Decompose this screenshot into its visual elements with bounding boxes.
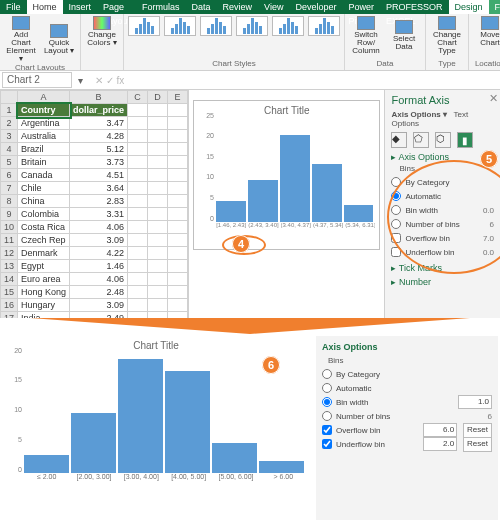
bins2-bin-width[interactable]: Bin width1.0 — [322, 395, 492, 409]
menu-tabs: File Home Insert Page Layout Formulas Da… — [0, 0, 500, 14]
x-axis-bin-label[interactable]: [3.00, 4.00] — [119, 473, 164, 480]
x-axis-bin-label[interactable]: [4.00, 5.00] — [166, 473, 211, 480]
overflow-reset-button[interactable]: Reset — [463, 423, 492, 438]
name-box[interactable]: Chart 2 — [2, 72, 72, 88]
histogram-bar[interactable] — [165, 371, 210, 473]
tab-format[interactable]: Format — [489, 0, 500, 14]
histogram-bar[interactable] — [248, 180, 278, 222]
format-axis-pane-result: Axis Options Bins By Category Automatic … — [316, 336, 498, 520]
quick-layout-icon — [50, 24, 68, 38]
histogram-bar[interactable] — [312, 164, 342, 222]
switch-row-column-button[interactable]: Switch Row/ Column — [349, 16, 383, 55]
histogram-bar[interactable] — [344, 205, 374, 222]
histogram-bar[interactable] — [24, 455, 69, 473]
select-data-icon — [395, 20, 413, 34]
size-props-icon[interactable]: ⬡ — [435, 132, 451, 148]
section-axis-options-2[interactable]: Axis Options — [322, 342, 378, 352]
group-chart-styles: Chart Styles — [124, 14, 345, 70]
svg-marker-0 — [30, 318, 470, 334]
x-axis-bin-label[interactable]: [5.00, 6.00] — [213, 473, 258, 480]
tab-review[interactable]: Review — [217, 0, 259, 14]
palette-icon — [93, 16, 111, 30]
x-axis-bin-label[interactable]: (2.43, 3.40] — [248, 222, 278, 228]
callout-6: 6 — [262, 356, 280, 374]
bins2-number-of-bins[interactable]: Number of bins6 — [322, 409, 492, 423]
format-axis-pane: ✕ Format Axis Axis Options ▾ Text Option… — [384, 90, 500, 318]
tab-insert[interactable]: Insert — [63, 0, 98, 14]
chart-type-icon — [438, 16, 456, 30]
group-colors: Change Colors ▾ — [81, 14, 124, 70]
histogram-bar[interactable] — [280, 135, 310, 222]
chart-object[interactable]: Chart Title 0 5 10 15 20 25 [1.46, 2.43]… — [193, 100, 380, 250]
axis-options-icon[interactable]: ▮ — [457, 132, 473, 148]
group-label-layouts: Chart Layouts — [4, 63, 76, 71]
result-chart: Chart Title 0 5 10 15 20 ≤ 2.00[2.00, 3.… — [2, 336, 310, 520]
x-axis-bin-label[interactable]: > 6.00 — [261, 473, 306, 480]
tab-file[interactable]: File — [0, 0, 27, 14]
group-data: Switch Row/ Column Select Data Data — [345, 14, 426, 70]
x-axis-bin-label[interactable]: [2.00, 3.00] — [71, 473, 116, 480]
chart-title[interactable]: Chart Title — [198, 105, 375, 116]
tab-view[interactable]: View — [258, 0, 289, 14]
histogram-bar[interactable] — [259, 461, 304, 473]
bins2-overflow[interactable]: Overflow bin6.0Reset — [322, 423, 492, 437]
quick-layout-button[interactable]: Quick Layout ▾ — [42, 24, 76, 55]
down-arrow — [0, 318, 500, 334]
x-axis-bin-label[interactable]: (5.34, 6.31] — [345, 222, 375, 228]
pane-title: Format Axis — [391, 94, 494, 106]
x-axis-bin-label[interactable]: [1.46, 2.43] — [216, 222, 246, 228]
chart-style-thumb[interactable] — [236, 16, 268, 36]
histogram-bar[interactable] — [212, 443, 257, 473]
group-type: Change Chart Type Type — [426, 14, 469, 70]
group-label-type: Type — [430, 59, 464, 68]
chart-style-thumb[interactable] — [128, 16, 160, 36]
bins-heading-2: Bins — [328, 356, 492, 365]
tab-page-layout[interactable]: Page Layout — [97, 0, 136, 14]
chart-style-thumb[interactable] — [272, 16, 304, 36]
tab-design[interactable]: Design — [449, 0, 489, 14]
tab-power-pivot[interactable]: Power Pivot — [343, 0, 381, 14]
group-label-styles: Chart Styles — [128, 59, 340, 68]
worksheet[interactable]: ABCDEFG1Countrydollar_price2Argentina3.4… — [0, 90, 189, 318]
fill-outline-icon[interactable]: ◆ — [391, 132, 407, 148]
histogram-bar[interactable] — [71, 413, 116, 473]
ribbon: Add Chart Element ▾ Quick Layout ▾ Chart… — [0, 14, 500, 71]
tab-data[interactable]: Data — [186, 0, 217, 14]
change-chart-type-button[interactable]: Change Chart Type — [430, 16, 464, 55]
callout-4: 4 — [232, 235, 250, 253]
bins2-underflow[interactable]: Underflow bin2.0Reset — [322, 437, 492, 451]
histogram-bar[interactable] — [118, 359, 163, 473]
chart-style-thumb[interactable] — [308, 16, 340, 36]
x-axis-bin-label[interactable]: (3.40, 4.37] — [281, 222, 311, 228]
result-chart-title: Chart Title — [6, 340, 306, 351]
close-pane-icon[interactable]: ✕ — [489, 92, 498, 105]
axis-options-tab[interactable]: Axis Options ▾ — [391, 110, 447, 119]
group-chart-layouts: Add Chart Element ▾ Quick Layout ▾ Chart… — [0, 14, 81, 70]
group-label-data: Data — [349, 59, 421, 68]
bins2-by-category[interactable]: By Category — [322, 367, 492, 381]
add-chart-icon — [12, 16, 30, 30]
tab-professor-excel[interactable]: PROFESSOR EXCEL — [380, 0, 449, 14]
switch-icon — [357, 16, 375, 30]
move-chart-icon — [481, 16, 499, 30]
underflow-reset-button[interactable]: Reset — [463, 437, 492, 452]
move-chart-button[interactable]: Move Chart — [473, 16, 500, 47]
chart-style-thumb[interactable] — [164, 16, 196, 36]
formula-bar: Chart 2 ▾✕ ✓ fx — [0, 71, 500, 90]
histogram-bar[interactable] — [216, 201, 246, 222]
bins2-automatic[interactable]: Automatic — [322, 381, 492, 395]
select-data-button[interactable]: Select Data — [387, 20, 421, 51]
chart-style-thumb[interactable] — [200, 16, 232, 36]
group-label-location: Location — [473, 59, 500, 68]
x-axis-bin-label[interactable]: (4.37, 5.34] — [313, 222, 343, 228]
change-colors-button[interactable]: Change Colors ▾ — [85, 16, 119, 47]
tab-home[interactable]: Home — [27, 0, 63, 14]
x-axis-bin-label[interactable]: ≤ 2.00 — [24, 473, 69, 480]
tab-formulas[interactable]: Formulas — [136, 0, 186, 14]
add-chart-element-button[interactable]: Add Chart Element ▾ — [4, 16, 38, 63]
embedded-chart-area: Chart Title 0 5 10 15 20 25 [1.46, 2.43]… — [189, 90, 384, 318]
effects-icon[interactable]: ⬠ — [413, 132, 429, 148]
section-number[interactable]: ▸ Number — [391, 277, 494, 287]
group-location: Move Chart Location — [469, 14, 500, 70]
tab-developer[interactable]: Developer — [289, 0, 342, 14]
